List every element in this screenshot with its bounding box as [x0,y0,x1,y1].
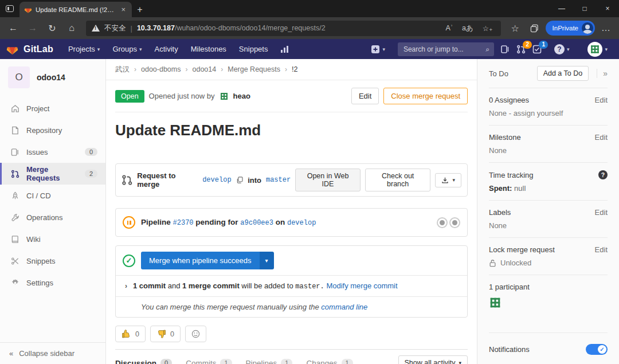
nav-issues-icon[interactable] [501,45,510,54]
source-branch-link[interactable]: develop [202,176,231,184]
labels-edit-button[interactable]: Edit [595,208,608,217]
merge-when-pipeline-succeeds-button[interactable]: Merge when pipeline succeeds ▾ [141,252,274,269]
pipeline-mini-graph[interactable] [437,217,460,228]
milestone-label: Milestone [489,133,521,142]
tab-pipelines[interactable]: Pipelines1 [246,359,293,364]
participants-label: 1 participant [489,283,608,291]
global-search[interactable]: ⌕ [398,42,494,56]
pipeline-status-box: Pipeline #2370 pending for a9c00ee3 on d… [115,208,468,237]
user-menu[interactable]: ▾ [582,42,613,57]
project-context[interactable]: O odoo14 [0,59,105,97]
time-tracking-help-icon[interactable]: ? [598,170,608,179]
browser-menu-icon[interactable]: … [597,19,614,37]
notifications-toggle[interactable]: ✓ [586,344,608,355]
breadcrumb-group[interactable]: 武汉 [115,65,130,75]
sidebar-item-project[interactable]: Project [0,97,105,119]
assignees-edit-button[interactable]: Edit [595,96,608,104]
edit-button[interactable]: Edit [351,88,379,104]
gitlab-logo[interactable]: GitLab [6,43,53,56]
collapse-icon: « [9,349,13,358]
not-secure-label[interactable]: 不安全 [104,24,126,33]
sidebar-item-snippets[interactable]: Snippets [0,250,105,272]
participant-avatar-icon[interactable] [489,296,502,309]
project-sidebar: O odoo14 Project Repository Issues 0 [0,59,106,364]
nav-snippets[interactable]: Snippets [233,45,274,53]
commit-sha-link[interactable]: a9c00ee3 [240,219,273,227]
sidebar-item-settings[interactable]: Settings [0,272,105,293]
expand-chevron-icon[interactable]: › [123,282,127,290]
sidebar-item-repository[interactable]: Repository [0,119,105,141]
author-name[interactable]: heao [233,92,250,100]
sidebar-item-cicd[interactable]: CI / CD [0,185,105,206]
copy-icon[interactable] [236,176,244,184]
nav-merge-requests-icon[interactable]: 2 [516,45,526,54]
milestone-edit-button[interactable]: Edit [595,133,608,142]
home-icon[interactable]: ⌂ [63,19,80,37]
chevron-down-icon: ▾ [459,360,461,364]
minimize-icon[interactable]: — [550,0,573,17]
translate-icon[interactable]: aあ [460,24,476,33]
leaderboard-chart-icon[interactable] [275,45,295,53]
nav-todos-icon[interactable]: 1 [532,45,542,54]
nav-milestones[interactable]: Milestones [185,45,232,53]
add-reaction-button[interactable] [185,326,206,342]
refresh-icon[interactable]: ↻ [44,19,61,37]
sidebar-item-wiki[interactable]: Wiki [0,228,105,250]
inprivate-badge[interactable]: InPrivate [546,21,595,36]
help-menu[interactable]: ? ▾ [549,44,575,54]
collapse-right-sidebar-icon[interactable]: » [597,69,608,78]
gitlab-favicon-icon [24,6,32,14]
collapse-sidebar-button[interactable]: « Collapse sidebar [0,342,105,364]
breadcrumb-merge-requests[interactable]: Merge Requests [228,65,280,73]
collections-icon[interactable] [526,19,543,37]
modify-merge-commit-link[interactable]: Modify merge commit [326,281,397,290]
download-dropdown-button[interactable]: ▾ [435,173,461,187]
new-tab-button[interactable]: + [132,2,148,17]
project-name: odoo14 [37,73,65,82]
pipeline-stage-icon[interactable] [437,217,448,228]
pipeline-number-link[interactable]: #2370 [173,219,194,227]
target-branch-link[interactable]: master [266,176,291,184]
into-text: into [248,176,261,185]
breadcrumb-project[interactable]: odoo14 [193,65,217,73]
nav-activity[interactable]: Activity [149,45,184,53]
checkout-branch-button[interactable]: Check out branch [365,169,431,191]
close-merge-request-button[interactable]: Close merge request [383,88,468,104]
add-favorite-icon[interactable]: ☆₊ [480,24,495,33]
sidebar-item-merge-requests[interactable]: Merge Requests 2 [0,163,105,185]
thumbsup-button[interactable]: 0 [115,326,146,342]
address-bar[interactable]: 不安全 | 10.3.70.187/wuhan/odoo-dboms/odoo1… [86,21,501,36]
pipeline-pending-icon[interactable] [123,216,135,229]
assignees-value[interactable]: None - assign yourself [489,109,608,118]
thumbsdown-button[interactable]: 0 [150,326,181,342]
open-web-ide-button[interactable]: Open in Web IDE [295,169,361,191]
favorites-bar-icon[interactable]: ☆ [507,19,524,37]
sidebar-item-operations[interactable]: Operations [0,206,105,228]
add-todo-button[interactable]: Add a To Do [537,66,589,81]
new-menu[interactable]: ▾ [365,45,391,54]
maximize-icon[interactable]: □ [573,0,596,17]
nav-groups[interactable]: Groups▾ [107,45,147,53]
tab-close-icon[interactable]: × [119,5,127,14]
tab-changes[interactable]: Changes1 [306,359,352,364]
tab-discussion[interactable]: Discussion0 [115,359,172,364]
search-input[interactable] [398,42,494,56]
pipeline-stage-icon[interactable] [449,217,460,228]
sidebar-item-issues[interactable]: Issues 0 [0,141,105,163]
merge-options-caret[interactable]: ▾ [260,252,274,269]
nav-projects[interactable]: Projects▾ [62,45,106,53]
close-icon[interactable]: × [596,0,619,17]
activity-filter-dropdown[interactable]: Show all activity ▾ [398,355,468,364]
lock-edit-button[interactable]: Edit [595,245,608,254]
command-line-link[interactable]: command line [321,303,367,311]
breadcrumb-subgroup[interactable]: odoo-dboms [141,65,181,73]
tab-commits[interactable]: Commits1 [186,359,232,364]
back-icon[interactable]: ← [5,19,22,37]
pipeline-branch-link[interactable]: develop [287,219,316,227]
tab-workspaces-button[interactable] [0,0,19,17]
read-aloud-icon[interactable]: Aʾ [444,24,456,32]
browser-tab[interactable]: Update README.md (!2) · Merge × [19,2,132,17]
commits-count-badge: 1 [220,359,232,364]
wrench-icon [11,213,19,222]
url-text[interactable]: 10.3.70.187/wuhan/odoo-dboms/odoo14/merg… [137,24,439,32]
